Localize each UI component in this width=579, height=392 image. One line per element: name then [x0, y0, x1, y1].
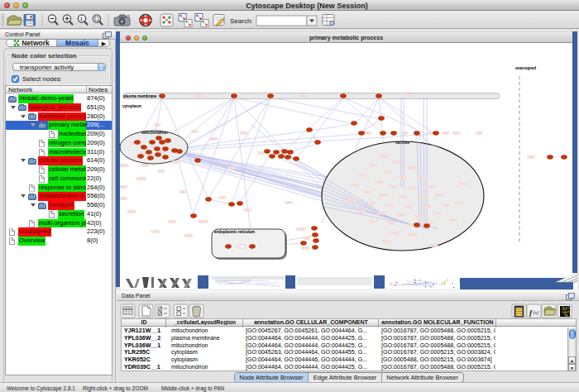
svg-text:nucleus: nucleus [395, 141, 410, 145]
svg-text:cytoplasm: cytoplasm [122, 104, 141, 108]
svg-text:1: 1 [80, 17, 83, 22]
svg-text:mitochondrion: mitochondrion [141, 131, 168, 135]
svg-text:Search:: Search: [230, 17, 253, 25]
svg-text:endoplasmic reticulum: endoplasmic reticulum [214, 230, 255, 234]
svg-text:(x): (x) [534, 310, 539, 316]
svg-text:unassigned: unassigned [515, 66, 536, 70]
svg-text:plasma membrane: plasma membrane [123, 94, 157, 98]
